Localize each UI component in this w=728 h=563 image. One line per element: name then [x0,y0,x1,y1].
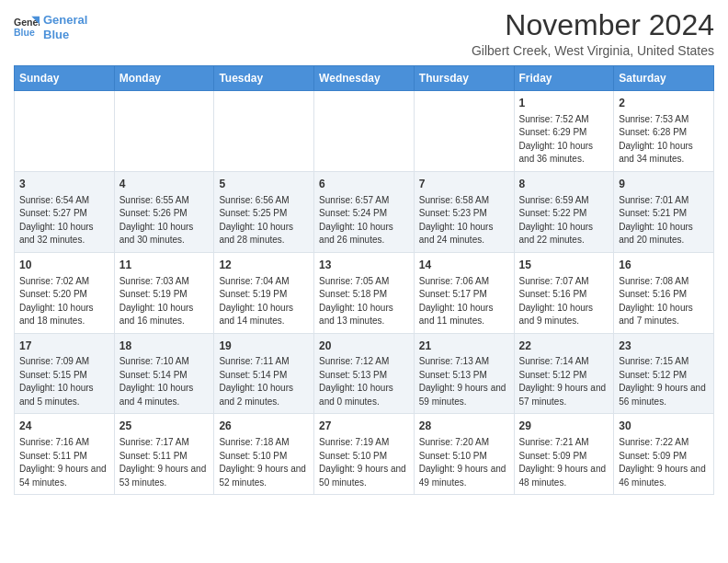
day-number: 3 [19,177,109,192]
calendar-cell: 10Sunrise: 7:02 AM Sunset: 5:20 PM Dayli… [15,252,115,333]
cell-info: Sunrise: 7:53 AM Sunset: 6:28 PM Dayligh… [619,113,709,167]
calendar-cell: 20Sunrise: 7:12 AM Sunset: 5:13 PM Dayli… [314,333,415,414]
calendar-cell [214,91,314,172]
calendar-cell: 4Sunrise: 6:55 AM Sunset: 5:26 PM Daylig… [114,171,214,252]
day-number: 13 [319,258,409,273]
cell-info: Sunrise: 7:11 AM Sunset: 5:14 PM Dayligh… [219,355,309,408]
calendar-cell: 5Sunrise: 6:56 AM Sunset: 5:25 PM Daylig… [214,171,314,252]
cell-info: Sunrise: 7:18 AM Sunset: 5:10 PM Dayligh… [219,436,309,489]
cell-info: Sunrise: 6:56 AM Sunset: 5:25 PM Dayligh… [219,194,309,247]
cell-info: Sunrise: 7:01 AM Sunset: 5:21 PM Dayligh… [619,194,709,247]
cell-info: Sunrise: 7:09 AM Sunset: 5:15 PM Dayligh… [19,355,109,408]
calendar-cell: 25Sunrise: 7:17 AM Sunset: 5:11 PM Dayli… [114,414,214,495]
cell-info: Sunrise: 7:04 AM Sunset: 5:19 PM Dayligh… [219,275,309,328]
weekday-header: Friday [514,66,614,91]
page-header: General Blue GeneralBlue November 2024 G… [14,9,714,58]
weekday-header: Wednesday [314,66,415,91]
calendar-table: SundayMondayTuesdayWednesdayThursdayFrid… [14,65,714,495]
day-number: 2 [619,96,709,111]
month-title: November 2024 [472,9,714,41]
day-number: 1 [519,96,609,111]
cell-info: Sunrise: 7:03 AM Sunset: 5:19 PM Dayligh… [119,275,210,328]
calendar-cell [114,91,214,172]
day-number: 4 [119,177,210,192]
weekday-header: Tuesday [214,66,314,91]
calendar-cell: 2Sunrise: 7:53 AM Sunset: 6:28 PM Daylig… [614,91,714,172]
day-number: 6 [319,177,409,192]
calendar-cell: 17Sunrise: 7:09 AM Sunset: 5:15 PM Dayli… [15,333,115,414]
cell-info: Sunrise: 6:58 AM Sunset: 5:23 PM Dayligh… [419,194,509,247]
calendar-cell: 27Sunrise: 7:19 AM Sunset: 5:10 PM Dayli… [314,414,415,495]
calendar-cell: 16Sunrise: 7:08 AM Sunset: 5:16 PM Dayli… [614,252,714,333]
day-number: 8 [519,177,609,192]
day-number: 5 [219,177,309,192]
calendar-cell [314,91,415,172]
weekday-header: Saturday [614,66,714,91]
calendar-cell: 26Sunrise: 7:18 AM Sunset: 5:10 PM Dayli… [214,414,314,495]
cell-info: Sunrise: 7:52 AM Sunset: 6:29 PM Dayligh… [519,113,609,167]
weekday-header: Sunday [15,66,115,91]
day-number: 28 [419,419,509,434]
cell-info: Sunrise: 7:02 AM Sunset: 5:20 PM Dayligh… [19,275,109,328]
day-number: 29 [519,419,609,434]
day-number: 11 [119,258,210,273]
weekday-header: Thursday [414,66,514,91]
day-number: 26 [219,419,309,434]
title-block: November 2024 Gilbert Creek, West Virgin… [472,9,714,58]
day-number: 25 [119,419,210,434]
cell-info: Sunrise: 7:07 AM Sunset: 5:16 PM Dayligh… [519,275,609,328]
calendar-cell: 1Sunrise: 7:52 AM Sunset: 6:29 PM Daylig… [514,91,614,172]
day-number: 20 [319,339,409,354]
cell-info: Sunrise: 6:55 AM Sunset: 5:26 PM Dayligh… [119,194,210,247]
day-number: 7 [419,177,509,192]
calendar-cell: 14Sunrise: 7:06 AM Sunset: 5:17 PM Dayli… [414,252,514,333]
day-number: 23 [619,339,709,354]
cell-info: Sunrise: 6:57 AM Sunset: 5:24 PM Dayligh… [319,194,409,247]
calendar-cell: 15Sunrise: 7:07 AM Sunset: 5:16 PM Dayli… [514,252,614,333]
logo-text: GeneralBlue [43,13,87,41]
cell-info: Sunrise: 7:20 AM Sunset: 5:10 PM Dayligh… [419,436,509,489]
day-number: 10 [19,258,109,273]
calendar-cell: 18Sunrise: 7:10 AM Sunset: 5:14 PM Dayli… [114,333,214,414]
day-number: 17 [19,339,109,354]
day-number: 22 [519,339,609,354]
cell-info: Sunrise: 7:15 AM Sunset: 5:12 PM Dayligh… [619,355,709,408]
cell-info: Sunrise: 6:59 AM Sunset: 5:22 PM Dayligh… [519,194,609,247]
calendar-cell: 24Sunrise: 7:16 AM Sunset: 5:11 PM Dayli… [15,414,115,495]
day-number: 14 [419,258,509,273]
calendar-cell: 9Sunrise: 7:01 AM Sunset: 5:21 PM Daylig… [614,171,714,252]
calendar-cell: 22Sunrise: 7:14 AM Sunset: 5:12 PM Dayli… [514,333,614,414]
day-number: 21 [419,339,509,354]
cell-info: Sunrise: 7:06 AM Sunset: 5:17 PM Dayligh… [419,275,509,328]
cell-info: Sunrise: 7:16 AM Sunset: 5:11 PM Dayligh… [19,436,109,489]
calendar-cell: 19Sunrise: 7:11 AM Sunset: 5:14 PM Dayli… [214,333,314,414]
cell-info: Sunrise: 7:13 AM Sunset: 5:13 PM Dayligh… [419,355,509,408]
day-number: 24 [19,419,109,434]
location: Gilbert Creek, West Virginia, United Sta… [472,43,714,58]
calendar-cell [414,91,514,172]
calendar-cell: 30Sunrise: 7:22 AM Sunset: 5:09 PM Dayli… [614,414,714,495]
calendar-cell: 23Sunrise: 7:15 AM Sunset: 5:12 PM Dayli… [614,333,714,414]
cell-info: Sunrise: 7:08 AM Sunset: 5:16 PM Dayligh… [619,275,709,328]
calendar-cell: 8Sunrise: 6:59 AM Sunset: 5:22 PM Daylig… [514,171,614,252]
calendar-cell: 7Sunrise: 6:58 AM Sunset: 5:23 PM Daylig… [414,171,514,252]
svg-text:Blue: Blue [14,26,35,37]
calendar-cell: 21Sunrise: 7:13 AM Sunset: 5:13 PM Dayli… [414,333,514,414]
day-number: 18 [119,339,210,354]
calendar-cell [15,91,115,172]
calendar-cell: 29Sunrise: 7:21 AM Sunset: 5:09 PM Dayli… [514,414,614,495]
cell-info: Sunrise: 6:54 AM Sunset: 5:27 PM Dayligh… [19,194,109,247]
day-number: 30 [619,419,709,434]
cell-info: Sunrise: 7:14 AM Sunset: 5:12 PM Dayligh… [519,355,609,408]
cell-info: Sunrise: 7:12 AM Sunset: 5:13 PM Dayligh… [319,355,409,408]
cell-info: Sunrise: 7:17 AM Sunset: 5:11 PM Dayligh… [119,436,210,489]
cell-info: Sunrise: 7:10 AM Sunset: 5:14 PM Dayligh… [119,355,210,408]
day-number: 9 [619,177,709,192]
calendar-cell: 3Sunrise: 6:54 AM Sunset: 5:27 PM Daylig… [15,171,115,252]
calendar-body: 1Sunrise: 7:52 AM Sunset: 6:29 PM Daylig… [15,91,714,495]
logo-icon: General Blue [14,15,40,40]
cell-info: Sunrise: 7:22 AM Sunset: 5:09 PM Dayligh… [619,436,709,489]
cell-info: Sunrise: 7:05 AM Sunset: 5:18 PM Dayligh… [319,275,409,328]
weekday-header: Monday [114,66,214,91]
logo: General Blue GeneralBlue [14,13,87,41]
